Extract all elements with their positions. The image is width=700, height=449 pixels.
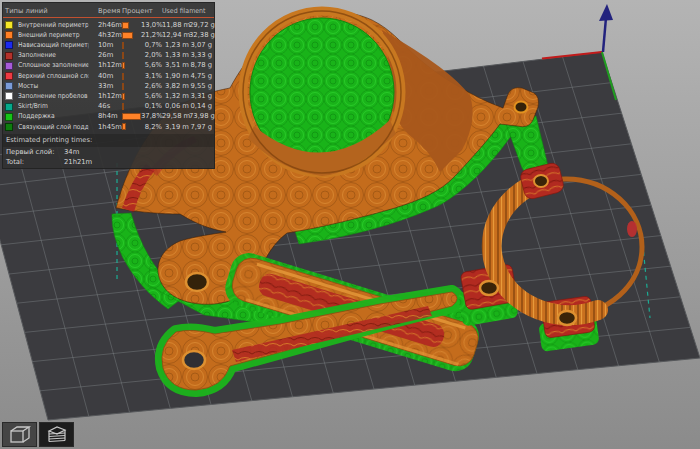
feature-length: 3,82 m — [162, 83, 189, 90]
feature-label: Внешний периметр — [18, 32, 88, 39]
legend-row: Заполнение пробелов1h12m5,6%1,32 m3,31 g — [3, 91, 214, 101]
feature-length: 1,32 m — [162, 93, 189, 100]
feature-percent: 0,1% — [141, 103, 162, 110]
feature-percent-bar — [122, 42, 141, 49]
layers-icon — [45, 425, 69, 445]
feature-percent: 2,6% — [141, 83, 162, 90]
feature-percent: 13,0% — [141, 22, 162, 29]
feature-time: 46s — [98, 103, 122, 110]
first-layer-value: 34m — [64, 149, 211, 156]
feature-percent-bar — [122, 123, 141, 130]
feature-percent-bar — [122, 62, 141, 69]
feature-label: Мосты — [18, 83, 88, 90]
first-layer-row: Первый слой: 34m — [3, 147, 214, 156]
feature-percent-bar — [122, 32, 141, 39]
legend-header-filament: Used filament — [162, 8, 208, 15]
feature-length: 0,06 m — [162, 103, 189, 110]
feature-weight: 32,38 g — [189, 32, 212, 39]
feature-percent-bar — [122, 73, 141, 80]
feature-time: 33m — [98, 83, 122, 90]
feature-color-swatch — [5, 52, 13, 60]
feature-label: Внутренний периметр — [18, 22, 88, 29]
feature-length: 1,90 m — [162, 73, 189, 80]
feature-weight: 4,75 g — [189, 73, 212, 80]
feature-percent-bar — [122, 22, 141, 29]
feature-time: 26m — [98, 52, 122, 59]
feature-length: 11,88 m — [162, 22, 189, 29]
feature-color-swatch — [5, 72, 13, 80]
feature-percent-bar — [122, 113, 141, 120]
feature-weight: 3,33 g — [189, 52, 212, 59]
total-time-value: 21h21m — [64, 159, 211, 166]
legend-row: Внешний периметр4h32m21,2%12,94 m32,38 g — [3, 30, 214, 40]
cube-icon — [8, 425, 32, 445]
feature-length: 3,51 m — [162, 62, 189, 69]
feature-length: 1,23 m — [162, 42, 189, 49]
feature-label: Поддержка — [18, 113, 88, 120]
feature-label: Верхний сплошной слой — [18, 73, 88, 80]
legend-row: Верхний сплошной слой40m3,1%1,90 m4,75 g — [3, 71, 214, 81]
feature-color-swatch — [5, 113, 13, 121]
feature-length: 29,58 m — [162, 113, 189, 120]
feature-percent-bar — [122, 93, 141, 100]
legend-row: Поддержка8h4m37,8%29,58 m73,98 g — [3, 112, 214, 122]
legend-row: Внутренний периметр2h46m13,0%11,88 m29,7… — [3, 20, 214, 30]
feature-weight: 9,55 g — [189, 83, 212, 90]
legend-header-percent: Процент — [122, 8, 162, 15]
legend-header-types: Типы линий — [5, 8, 98, 15]
legend-header-time: Время — [98, 8, 122, 15]
total-time-label: Total: — [6, 159, 64, 166]
total-time-row: Total: 21h21m — [3, 156, 214, 165]
feature-percent: 3,1% — [141, 73, 162, 80]
feature-time: 1h45m — [98, 124, 122, 131]
legend-rows: Внутренний периметр2h46m13,0%11,88 m29,7… — [3, 20, 214, 132]
feature-color-swatch — [5, 41, 13, 49]
feature-percent: 21,2% — [141, 32, 162, 39]
feature-weight: 3,07 g — [189, 42, 212, 49]
editor-view-button[interactable] — [2, 422, 37, 447]
axis-z-arrowhead — [599, 4, 613, 21]
legend-row: Заполнение26m2,0%1,33 m3,33 g — [3, 51, 214, 61]
feature-percent-bar — [122, 83, 141, 90]
feature-label: Нависающий периметр — [18, 42, 88, 49]
feature-color-swatch — [5, 31, 13, 39]
feature-label: Заполнение — [18, 52, 88, 59]
feature-time: 8h4m — [98, 113, 122, 120]
view-mode-toolbar — [2, 422, 74, 447]
feature-percent-bar — [122, 103, 141, 110]
feature-label: Skirt/Brim — [18, 103, 88, 110]
feature-percent: 8,2% — [141, 124, 162, 131]
feature-color-swatch — [5, 62, 13, 70]
feature-weight: 0,14 g — [189, 103, 212, 110]
feature-label: Сплошное заполнение — [18, 62, 88, 69]
feature-time: 1h12m — [98, 93, 122, 100]
legend-header: Типы линий Время Процент Used filament — [3, 5, 214, 18]
feature-percent: 5,6% — [141, 93, 162, 100]
feature-time: 10m — [98, 42, 122, 49]
feature-percent: 0,7% — [141, 42, 162, 49]
preview-view-button[interactable] — [39, 422, 74, 447]
estimated-times-title: Estimated printing times: — [3, 134, 214, 147]
feature-percent: 37,8% — [141, 113, 162, 120]
feature-weight: 29,72 g — [189, 22, 212, 29]
feature-weight: 73,98 g — [189, 113, 212, 120]
feature-label: Связующий слой поддержки — [18, 124, 88, 131]
feature-length: 1,33 m — [162, 52, 189, 59]
feature-percent: 2,0% — [141, 52, 162, 59]
feature-time: 4h32m — [98, 32, 122, 39]
feature-weight: 8,78 g — [189, 62, 212, 69]
feature-weight: 3,31 g — [189, 93, 212, 100]
feature-label: Заполнение пробелов — [18, 93, 88, 100]
feature-time: 2h46m — [98, 22, 122, 29]
feature-weight: 7,97 g — [189, 124, 212, 131]
feature-length: 3,19 m — [162, 124, 189, 131]
feature-time: 40m — [98, 73, 122, 80]
feature-length: 12,94 m — [162, 32, 189, 39]
feature-percent: 5,6% — [141, 62, 162, 69]
feature-percent-bar — [122, 52, 141, 59]
legend-row: Нависающий периметр10m0,7%1,23 m3,07 g — [3, 40, 214, 50]
legend-row: Связующий слой поддержки1h45m8,2%3,19 m7… — [3, 122, 214, 132]
feature-color-swatch — [5, 21, 13, 29]
first-layer-label: Первый слой: — [6, 149, 64, 156]
feature-time: 1h12m — [98, 62, 122, 69]
